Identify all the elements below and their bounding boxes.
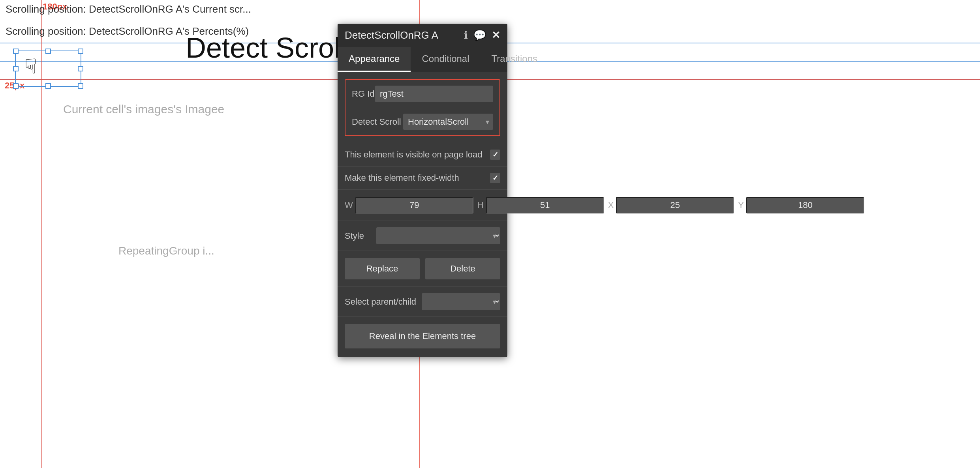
info-icon[interactable]: ℹ (464, 29, 468, 41)
detect-scroll-row: Detect Scroll HorizontalScroll VerticalS… (345, 108, 499, 135)
cursor-icon: ☟ (24, 54, 37, 78)
style-select[interactable] (376, 227, 500, 244)
dim-h-label: H (477, 200, 484, 210)
reveal-button[interactable]: Reveal in the Elements tree (345, 324, 500, 348)
tab-conditional[interactable]: Conditional (411, 47, 480, 72)
panel-title: DetectScrollOnRG A (345, 29, 438, 41)
repeating-group-label: RepeatingGroup i... (118, 245, 214, 257)
select-parent-dropdown: ▾ (422, 293, 500, 310)
dim-y-label: Y (738, 200, 744, 210)
comment-icon[interactable]: 💬 (473, 29, 486, 41)
detect-scroll-select[interactable]: HorizontalScroll VerticalScroll Both (403, 114, 493, 130)
rg-id-input[interactable] (375, 86, 493, 102)
rg-section: RG Id Detect Scroll HorizontalScroll Ver… (345, 79, 500, 136)
replace-button[interactable]: Replace (345, 258, 420, 279)
dim-w: W (345, 197, 473, 213)
handle-tl[interactable] (13, 49, 19, 54)
delete-button[interactable]: Delete (425, 258, 500, 279)
dim-x: X (608, 197, 734, 213)
panel-header-icons: ℹ 💬 ✕ (464, 29, 500, 41)
dim-w-input[interactable] (355, 197, 473, 213)
dim-x-input[interactable] (616, 197, 734, 213)
dim-y-input[interactable] (746, 197, 864, 213)
handle-ml[interactable] (13, 66, 19, 71)
scroll-label-1: Scrolling position: DetectScrollOnRG A's… (6, 3, 251, 15)
style-label: Style (345, 231, 376, 241)
detect-scroll-select-wrapper: HorizontalScroll VerticalScroll Both ▾ (403, 114, 493, 130)
dim-h-input[interactable] (486, 197, 604, 213)
reveal-row: Reveal in the Elements tree (338, 317, 507, 357)
dims-row: W H X Y (338, 190, 507, 221)
canvas: 180px 25px 1096 Scrolling position: Dete… (0, 0, 980, 468)
visible-label: This element is visible on page load (345, 150, 490, 160)
fixed-width-label: Make this element fixed-width (345, 173, 490, 183)
element-panel: DetectScrollOnRG A ℹ 💬 ✕ Appearance Cond… (338, 24, 507, 357)
handle-tm[interactable] (45, 49, 51, 54)
select-parent-row: Select parent/child ▾ (338, 287, 507, 317)
close-icon[interactable]: ✕ (492, 29, 500, 41)
tab-appearance[interactable]: Appearance (338, 47, 411, 72)
panel-header: DetectScrollOnRG A ℹ 💬 ✕ (338, 24, 507, 47)
visible-checkbox[interactable] (490, 150, 500, 160)
rg-id-label: RG Id (352, 89, 375, 99)
cell-image-label: Current cell's images's Imagee (63, 103, 224, 116)
select-parent-chevron-icon: ▾ (493, 298, 496, 306)
dim-y: Y (738, 197, 864, 213)
tab-transitions[interactable]: Transitions (481, 47, 548, 72)
dim-w-label: W (345, 200, 353, 210)
select-parent-label: Select parent/child (345, 297, 416, 307)
rg-id-row: RG Id (345, 80, 499, 108)
handle-bm[interactable] (45, 83, 51, 89)
visible-row: This element is visible on page load (338, 143, 507, 167)
select-parent-select[interactable] (422, 293, 500, 310)
fixed-width-checkbox[interactable] (490, 173, 500, 183)
handle-br[interactable] (78, 83, 83, 89)
handle-tr[interactable] (78, 49, 83, 54)
detect-scroll-label: Detect Scroll (352, 117, 403, 127)
fixed-width-row: Make this element fixed-width (338, 167, 507, 190)
handle-bl[interactable] (13, 83, 19, 89)
style-row: Style ▾ (338, 221, 507, 251)
dim-x-label: X (608, 200, 614, 210)
btn-row: Replace Delete (338, 251, 507, 287)
style-select-wrap: ▾ (376, 227, 500, 244)
handle-mr[interactable] (78, 66, 83, 71)
dim-h: H (477, 197, 604, 213)
tabs: Appearance Conditional Transitions (338, 47, 507, 72)
panel-content: RG Id Detect Scroll HorizontalScroll Ver… (338, 79, 507, 357)
